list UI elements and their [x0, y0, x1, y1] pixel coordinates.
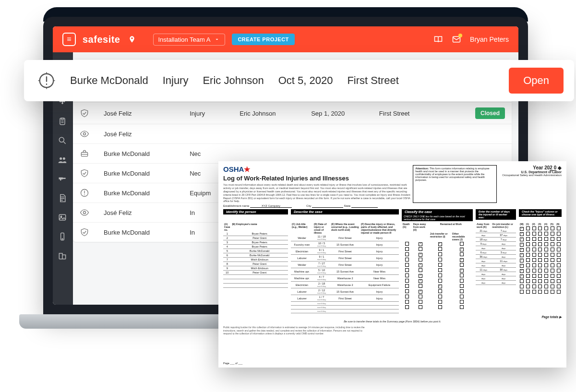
svg-point-13 [62, 238, 63, 239]
nav-document-icon[interactable] [58, 193, 68, 204]
alert-icon [80, 188, 90, 198]
section-identify: Identify the person [223, 209, 288, 214]
section-describe: Describe the case [291, 209, 399, 214]
nav-image-icon[interactable] [58, 213, 68, 223]
svg-point-19 [84, 212, 86, 214]
svg-point-7 [59, 137, 64, 142]
incident-reporter [233, 144, 304, 164]
osha-title: Log of Work-Related Injuries and Illness… [223, 175, 410, 182]
incident-person: Burke McDonald [97, 164, 183, 183]
highlight-type: Injury [163, 74, 189, 87]
incident-type: Nec [183, 144, 233, 164]
create-project-button[interactable]: CREATE PROJECT [232, 34, 294, 45]
section-classify: Classify the case [402, 209, 473, 214]
osha-page-of: Page ___ of ___ [223, 362, 242, 365]
logo-icon: ≡ [62, 33, 76, 46]
project-selector[interactable]: Installation Team A [153, 34, 226, 46]
incident-location: First Street [372, 103, 468, 124]
incident-person: Burke McDonald [97, 144, 183, 164]
highlight-reporter: Eric Johnson [203, 74, 264, 87]
section-type: Check the "Injury" column or choose one … [519, 209, 562, 217]
table-row[interactable]: Burke McDonald Nec [73, 144, 512, 164]
incident-date [304, 124, 372, 144]
highlight-row[interactable]: Burke McDonald Injury Eric Johnson Oct 5… [24, 60, 574, 101]
location-pin-icon [127, 35, 137, 44]
toolbox-icon [80, 149, 90, 158]
osha-year-block: Year 202 0 ◆ U.S. Department of Labor Oc… [502, 165, 562, 203]
osha-instructions: You must record information about every … [223, 183, 410, 203]
table-row[interactable]: José Feliz [73, 124, 512, 144]
project-selector-label: Installation Team A [158, 36, 211, 43]
osha-logo: OSHA★ [223, 165, 410, 174]
svg-rect-10 [59, 214, 65, 220]
nav-team-icon[interactable] [58, 155, 68, 166]
incident-type [183, 124, 233, 144]
osha-attention-box: Attention: This form contains informatio… [413, 165, 497, 203]
incident-person: Burke McDonald [97, 183, 183, 203]
table-row[interactable]: José Feliz Injury Eric Johnson Sep 1, 20… [73, 103, 512, 124]
highlight-status-button[interactable]: Open [509, 68, 564, 94]
shield-icon [80, 227, 90, 237]
nav-clipboard-icon[interactable] [58, 117, 68, 127]
osha-transfer-note: Be sure to transfer these totals to the … [223, 320, 562, 323]
osha-col-identify: (A) Case no.(B) Employee's name 1Bryan P… [223, 222, 288, 288]
highlight-location: First Street [347, 74, 399, 87]
nav-mobile-icon[interactable] [58, 232, 68, 242]
user-name[interactable]: Bryan Peters [470, 36, 509, 43]
incident-person: José Feliz [97, 124, 183, 144]
incident-person: Burke McDonald [97, 223, 183, 242]
shield-icon [80, 108, 90, 118]
book-icon[interactable] [433, 35, 443, 44]
incident-location [372, 124, 468, 144]
osha-page-totals: Page totals ▶ [223, 315, 562, 319]
status-badge[interactable]: Closed [475, 107, 505, 119]
eye-icon [80, 208, 90, 217]
chevron-down-icon [214, 36, 220, 42]
section-days: Enter the number of days the injured or … [476, 209, 516, 220]
mail-icon[interactable] [452, 35, 461, 44]
svg-point-16 [84, 133, 86, 135]
topbar: ≡ safesite Installation Team A CREATE PR… [53, 26, 518, 52]
nav-search-icon[interactable] [58, 136, 68, 146]
alert-icon [37, 71, 56, 90]
incident-reporter [233, 124, 304, 144]
incident-location [372, 144, 468, 164]
incident-reporter: Eric Johnson [233, 103, 304, 124]
osha-col-classify: Death (G)Days away from work (H)Remained… [402, 222, 473, 310]
incident-type: Injury [183, 103, 233, 124]
incident-person: José Feliz [97, 203, 183, 223]
osha-form: OSHA★ Log of Work-Related Injuries and I… [218, 161, 566, 368]
osha-footer: Public reporting burden for this collect… [223, 326, 367, 335]
highlight-person: Burke McDonald [70, 74, 148, 87]
highlight-date: Oct 5, 2020 [278, 74, 333, 87]
shield-icon [80, 168, 90, 178]
brand-name: safesite [83, 34, 120, 45]
incident-date: Sep 1, 2020 [304, 103, 372, 124]
nav-drill-icon[interactable] [58, 174, 68, 185]
notification-dot-icon [458, 34, 462, 37]
nav-building-icon[interactable] [58, 251, 68, 261]
svg-point-8 [60, 157, 62, 160]
osha-col-type: (M)(1)(2)(3)(4)(5)(6) [519, 222, 562, 295]
incident-person: José Feliz [97, 103, 183, 124]
svg-point-9 [63, 157, 65, 160]
osha-col-days: Away from work (K)On job transfer or res… [476, 222, 516, 285]
osha-col-describe: (C) Job title (e.g., Welder)(D) Date of … [291, 222, 399, 313]
osha-establishment-line: Establishment name XYZ Company City Stat… [223, 204, 562, 207]
eye-icon [80, 129, 90, 139]
incident-date [304, 144, 372, 164]
